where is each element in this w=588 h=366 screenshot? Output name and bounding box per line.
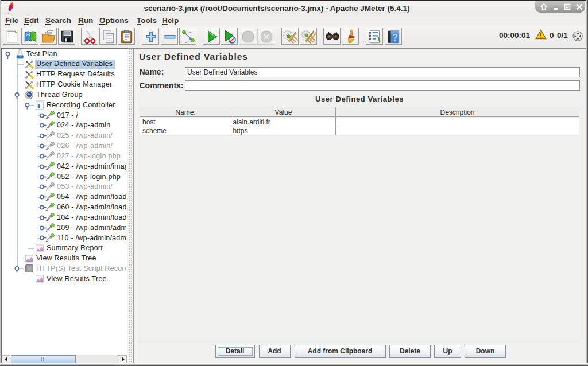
svg-text:?: ? bbox=[392, 32, 398, 42]
